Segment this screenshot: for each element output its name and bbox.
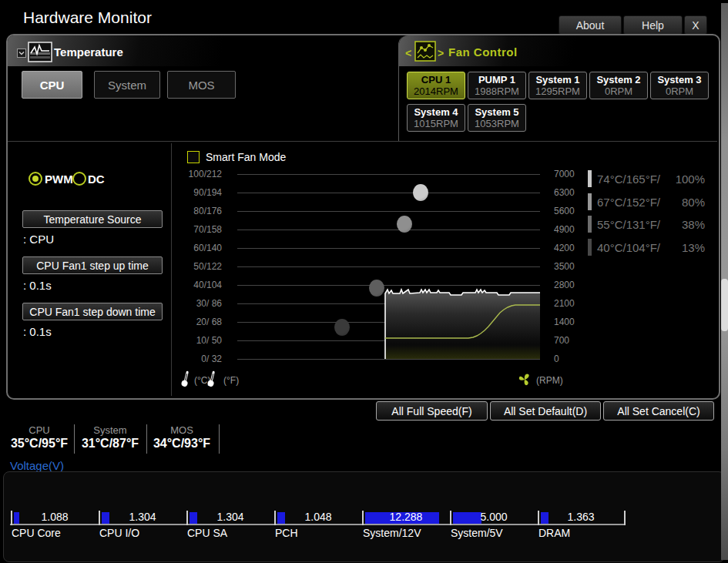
fan-button-system-2[interactable]: System 20RPM xyxy=(589,72,648,99)
help-button[interactable]: Help xyxy=(623,15,683,35)
right-axis-label: 6300 xyxy=(554,187,575,198)
fan-button-cpu-1[interactable]: CPU 12014RPM xyxy=(407,72,465,99)
voltage-value: 1.304 xyxy=(100,511,185,523)
tab-mos[interactable]: MOS xyxy=(167,71,236,99)
right-axis-label: 2800 xyxy=(554,280,575,290)
field-button-1[interactable]: Temperature Source xyxy=(22,210,163,228)
fan-curve-chart: 100/21290/19480/17670/15860/14050/12240/… xyxy=(237,174,540,360)
fan-button-system-3[interactable]: System 30RPM xyxy=(650,72,709,99)
dc-label: DC xyxy=(88,173,105,186)
curve-row-marker xyxy=(588,193,592,210)
left-axis-label: 70/158 xyxy=(160,224,222,235)
expander-checkbox-icon[interactable] xyxy=(17,47,26,56)
tab-cpu[interactable]: CPU xyxy=(22,71,82,99)
voltage-value: 1.048 xyxy=(276,511,361,523)
smart-fan-label: Smart Fan Mode xyxy=(206,151,286,163)
right-axis-label: 4900 xyxy=(554,224,575,235)
fan-rpm-value: 2014RPM xyxy=(408,85,465,97)
voltage-value: 1.363 xyxy=(539,511,622,523)
left-axis-label: 30/ 86 xyxy=(160,298,222,309)
curve-row-marker xyxy=(588,170,592,187)
field-value-2: : 0.1s xyxy=(23,279,52,292)
fan-rpm-value: 0RPM xyxy=(590,85,647,97)
hardware-monitor-screen: Hardware Monitor About Help X Temperatur… xyxy=(0,0,728,563)
fan-name: System 4 xyxy=(408,106,465,118)
fan-rpm-value: 1015RPM xyxy=(408,118,465,129)
fan-curve-point-2[interactable] xyxy=(397,216,412,233)
voltage-value: 1.304 xyxy=(188,511,273,523)
status-label: MOS xyxy=(147,424,216,436)
action-button-3[interactable]: All Set Cancel(C) xyxy=(603,401,714,421)
voltage-baseline xyxy=(10,524,626,525)
curve-row-percent: 13% xyxy=(653,241,705,254)
fan-name: System 2 xyxy=(590,74,647,85)
voltage-value: 1.088 xyxy=(12,511,97,523)
voltage-label: CPU Core xyxy=(12,527,61,539)
fan-button-system-4[interactable]: System 41015RPM xyxy=(407,104,465,132)
action-button-1[interactable]: All Full Speed(F) xyxy=(376,401,488,421)
fan-rpm-value: 0RPM xyxy=(651,85,708,97)
status-label: System xyxy=(75,424,145,436)
fan-rpm-value: 1295RPM xyxy=(529,85,586,97)
fan-next-arrow-icon[interactable]: > xyxy=(438,47,444,59)
left-axis-label: 60/140 xyxy=(160,243,222,253)
left-axis-label: 0/ 32 xyxy=(160,354,222,364)
right-axis-label: 1400 xyxy=(554,317,575,327)
status-value: 31°C/87°F xyxy=(75,437,145,451)
fan-button-system-5[interactable]: System 51053RPM xyxy=(468,104,526,132)
fan-name: PUMP 1 xyxy=(468,74,525,85)
voltage-label: System/5V xyxy=(451,527,503,539)
fan-button-system-1[interactable]: System 11295RPM xyxy=(528,72,587,99)
pwm-label: PWM xyxy=(45,173,73,186)
thermometer-celsius-icon xyxy=(179,370,192,391)
about-button[interactable]: About xyxy=(559,15,622,35)
left-axis-label: 90/194 xyxy=(160,187,222,198)
field-button-3[interactable]: CPU Fan1 step down time xyxy=(22,303,163,320)
dc-radio[interactable] xyxy=(72,172,86,186)
action-button-2[interactable]: All Set Default(D) xyxy=(490,401,601,421)
voltage-value: 12.288 xyxy=(364,511,448,523)
right-axis-label: 0 xyxy=(554,354,559,364)
smart-fan-checkbox[interactable] xyxy=(187,151,200,163)
fan-name: CPU 1 xyxy=(408,74,465,85)
right-axis-label: 2100 xyxy=(554,298,575,309)
right-axis-label: 4200 xyxy=(554,243,575,253)
curve-row-percent: 38% xyxy=(653,218,705,231)
right-axis-label: 5600 xyxy=(554,206,575,216)
voltage-label: System/12V xyxy=(363,527,421,539)
close-button[interactable]: X xyxy=(684,15,707,35)
field-value-3: : 0.1s xyxy=(23,325,52,338)
fan-curve-point-3[interactable] xyxy=(369,280,384,297)
fan-curve-point-4[interactable] xyxy=(334,319,350,336)
scrollbar-thumb[interactable] xyxy=(721,279,728,331)
fan-curve-point-1[interactable] xyxy=(413,184,428,201)
pwm-radio[interactable] xyxy=(29,172,42,186)
voltage-label: DRAM xyxy=(538,527,570,539)
page-title: Hardware Monitor xyxy=(23,8,152,27)
curve-row-percent: 100% xyxy=(653,173,705,186)
left-axis-label: 80/176 xyxy=(160,206,222,216)
tab-system[interactable]: System xyxy=(94,71,160,99)
status-cpu: CPU35°C/95°F xyxy=(5,424,74,451)
field-value-1: : CPU xyxy=(23,233,54,246)
curve-row-marker xyxy=(588,239,592,256)
temperature-chart-icon xyxy=(28,42,52,66)
thermometer-fahrenheit-icon xyxy=(206,370,218,391)
fahrenheit-unit-label: (°F) xyxy=(223,375,239,386)
fan-control-chart-icon xyxy=(414,41,436,65)
left-axis-label: 40/104 xyxy=(160,280,222,290)
fan-name: System 3 xyxy=(651,74,708,85)
status-value: 35°C/95°F xyxy=(5,437,74,451)
voltage-label: CPU I/O xyxy=(99,527,139,539)
status-system: System31°C/87°F xyxy=(75,424,145,451)
fan-button-pump-1[interactable]: PUMP 11988RPM xyxy=(468,72,526,99)
curve-row-percent: 80% xyxy=(653,196,705,209)
fan-prev-arrow-icon[interactable]: < xyxy=(405,47,411,59)
curve-row-marker xyxy=(588,216,592,233)
right-axis-label: 7000 xyxy=(554,169,575,179)
right-axis-label: 3500 xyxy=(554,261,575,272)
field-button-2[interactable]: CPU Fan1 step up time xyxy=(22,256,163,274)
fan-name: System 5 xyxy=(468,106,525,118)
main-window: Temperature CPUSystemMOS < > Fan Control… xyxy=(6,34,720,400)
status-mos: MOS34°C/93°F xyxy=(147,424,216,451)
